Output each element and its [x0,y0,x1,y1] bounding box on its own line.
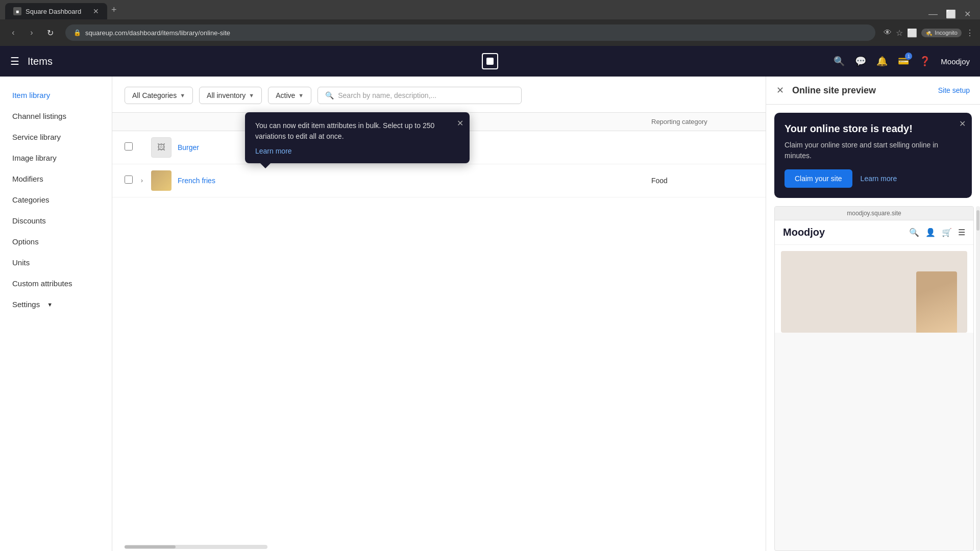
chat-nav-icon[interactable]: 💬 [855,56,866,67]
eye-slash-icon[interactable]: 👁 [884,28,892,37]
user-name[interactable]: Moodjoy [941,57,970,66]
card-nav-icon[interactable]: 💳 1 [898,56,909,67]
search-nav-icon[interactable]: 🔍 [834,56,845,67]
sidebar-item-discounts[interactable]: Discounts [0,210,112,231]
forward-btn[interactable]: › [24,26,39,40]
right-panel-header: ✕ Online site preview Site setup [766,77,980,105]
sidebar-item-image-library[interactable]: Image library [0,147,112,168]
store-ready-card: ✕ Your online store is ready! Claim your… [774,113,972,198]
vertical-scrollbar[interactable] [976,206,980,551]
right-panel-title: Online site preview [792,85,938,96]
table-row: › French fries Food [112,164,766,197]
tooltip-close-btn[interactable]: ✕ [457,118,463,128]
address-bar[interactable]: 🔒 squareup.com/dashboard/items/library/o… [65,24,875,41]
settings-chevron-icon: ▼ [47,302,53,308]
preview-url-bar: moodjoy.square.site [775,207,973,220]
sidebar-item-categories[interactable]: Categories [0,189,112,210]
bell-nav-icon[interactable]: 🔔 [876,56,888,67]
row-name-fries[interactable]: French fries [178,177,651,185]
hamburger-icon[interactable]: ☰ [10,55,19,67]
square-logo-inner [486,58,494,65]
incognito-badge: 🕵 Incognito [921,29,962,37]
preview-store-name: Moodjoy [783,227,825,238]
right-panel-close-btn[interactable]: ✕ [776,85,784,96]
tooltip-learn-more-link[interactable]: Learn more [255,147,459,155]
checkbox-fries[interactable] [125,176,133,184]
sidebar-item-channel-listings[interactable]: Channel listings [0,106,112,127]
store-card-close-btn[interactable]: ✕ [959,119,966,129]
horizontal-scrollbar[interactable] [125,545,267,549]
preview-search-icon: 🔍 [909,228,919,237]
search-icon: 🔍 [325,91,334,99]
row-expand-fries[interactable]: › [141,177,151,184]
sidebar-item-modifiers[interactable]: Modifiers [0,168,112,189]
claim-site-btn[interactable]: Claim your site [785,169,852,188]
vertical-scrollbar-thumb [976,210,979,231]
tooltip-text: You can now edit item attributes in bulk… [255,120,459,142]
preview-cart-icon: 🛒 [942,228,952,237]
extensions-icon[interactable]: ⬜ [907,28,917,38]
sidebar-item-service-library[interactable]: Service library [0,127,112,147]
sidebar-item-custom-attributes[interactable]: Custom attributes [0,273,112,294]
sidebar-label-channel-listings: Channel listings [12,112,66,120]
row-cat-fries: Food [651,177,753,185]
image-placeholder-icon: 🖼 [157,143,165,152]
card-badge: 1 [905,53,912,60]
preview-area: moodjoy.square.site Moodjoy 🔍 👤 🛒 ☰ [774,206,974,551]
checkbox-burger[interactable] [125,142,133,151]
new-tab-btn[interactable]: + [107,3,121,17]
sidebar-label-custom-attributes: Custom attributes [12,279,72,288]
filter-inventory-btn[interactable]: All inventory ▼ [199,87,262,104]
tab-close-btn[interactable]: ✕ [93,7,99,15]
search-box[interactable]: 🔍 Search by name, description,... [317,87,522,104]
restore-btn[interactable]: ⬜ [946,9,956,19]
refresh-btn[interactable]: ↻ [43,26,57,40]
preview-content: Moodjoy 🔍 👤 🛒 ☰ [775,220,973,333]
more-icon[interactable]: ⋮ [966,28,974,38]
browser-tabs: ■ Square Dashboard ✕ + — ⬜ ✕ [0,0,980,19]
sidebar-label-units: Units [12,258,30,267]
browser-right-icons: 👁 ☆ ⬜ 🕵 Incognito ⋮ [884,28,974,38]
browser-chrome: ■ Square Dashboard ✕ + — ⬜ ✕ ‹ › ↻ 🔒 squ… [0,0,980,46]
sidebar-item-options[interactable]: Options [0,231,112,252]
toolbar: All Categories ▼ All inventory ▼ Active … [112,77,766,113]
filter-active-label: Active [276,91,295,99]
app-wrapper: ☰ Items 🔍 💬 🔔 💳 1 ❓ Moodjoy Item library [0,46,980,551]
close-btn[interactable]: ✕ [964,9,971,19]
address-text: squareup.com/dashboard/items/library/onl… [85,29,230,37]
filter-categories-label: All Categories [132,91,177,99]
minimize-btn[interactable]: — [928,9,938,19]
store-learn-more-link[interactable]: Learn more [861,174,897,183]
store-card-actions: Claim your site Learn more [785,169,962,188]
site-setup-link[interactable]: Site setup [938,86,970,94]
row-checkbox-fries[interactable] [125,176,137,186]
sidebar-label-categories: Categories [12,195,50,204]
sidebar-item-units[interactable]: Units [0,252,112,273]
nav-right: 🔍 💬 🔔 💳 1 ❓ Moodjoy [834,56,970,67]
filter-active-btn[interactable]: Active ▼ [268,87,311,104]
main-content: All Categories ▼ All inventory ▼ Active … [112,77,766,551]
active-tab[interactable]: ■ Square Dashboard ✕ [5,3,107,19]
sidebar-item-item-library[interactable]: Item library [0,85,112,106]
incognito-label: Incognito [935,30,958,36]
star-icon[interactable]: ☆ [896,28,903,38]
categories-chevron-icon: ▼ [180,92,185,98]
inventory-chevron-icon: ▼ [249,92,254,98]
preview-hero-image [916,271,957,333]
table-header-category: Reporting category [651,118,753,126]
back-btn[interactable]: ‹ [6,26,20,40]
sidebar-item-settings[interactable]: Settings ▼ [0,294,112,315]
preview-nav-icons: 🔍 👤 🛒 ☰ [909,228,965,237]
search-placeholder: Search by name, description,... [338,91,436,99]
content-area: Item library Channel listings Service li… [0,77,980,551]
right-panel: ✕ Online site preview Site setup ✕ Your … [766,77,980,551]
help-nav-icon[interactable]: ❓ [919,56,930,67]
tab-title: Square Dashboard [26,8,81,15]
row-checkbox-burger[interactable] [125,142,137,153]
filter-categories-btn[interactable]: All Categories ▼ [125,87,193,104]
browser-controls: ‹ › ↻ 🔒 squareup.com/dashboard/items/lib… [0,19,980,46]
incognito-icon: 🕵 [925,30,933,36]
filter-inventory-label: All inventory [207,91,246,99]
tab-favicon: ■ [13,7,21,15]
top-nav: ☰ Items 🔍 💬 🔔 💳 1 ❓ Moodjoy [0,46,980,77]
